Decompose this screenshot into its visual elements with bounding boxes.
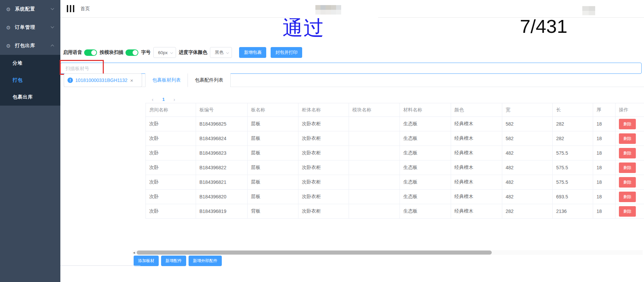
cell-cabinet: 次卧衣柜 [298,131,349,146]
sidebar-item-label: 打包 [13,77,23,83]
next-page-button[interactable]: › [170,96,178,102]
cell-action: 删除 [616,160,644,175]
table-header-row: 房间名称板编号板名称柜体名称模块名称材料名称颜色宽长厚操作 [145,103,644,117]
package-tag[interactable]: ! 101810000331BGH1132 × [64,73,142,87]
sidebar-item-order-management[interactable]: ⚙ 订单管理 [0,18,60,37]
cell-module [349,175,400,190]
cell-width: 282 [502,204,553,219]
gear-icon: ⚙ [6,25,12,30]
tab-label: 包裹板材列表 [152,77,181,83]
column-header-board-name: 板名称 [248,103,298,117]
cell-board-name: 层板 [248,160,298,175]
module-scan-toggle[interactable] [125,49,138,56]
cell-material: 生态板 [400,117,451,131]
cell-color: 经典檀木 [451,146,502,160]
cell-material: 生态板 [400,190,451,204]
delete-button[interactable]: 删除 [619,192,636,202]
column-header-thickness: 厚 [593,103,616,117]
sidebar-submenu: 分堆 打包 包裹出库 [0,55,60,106]
page-number-current[interactable]: 1 [159,97,168,102]
cell-cabinet: 次卧衣柜 [298,190,349,204]
delete-button[interactable]: 删除 [619,206,636,217]
sidebar-item-label: 订单管理 [15,24,35,30]
horizontal-scrollbar[interactable]: ◀ [132,250,643,255]
cell-board-name: 背板 [248,204,298,219]
column-header-cabinet: 柜体名称 [298,103,349,117]
column-header-length: 长 [553,103,593,117]
cell-module [349,146,400,160]
sidebar-item-label: 打包出库 [15,43,35,49]
delete-button[interactable]: 删除 [619,133,636,144]
delete-button[interactable]: 删除 [619,119,636,129]
delete-button[interactable]: 删除 [619,148,636,158]
cell-material: 生态板 [400,131,451,146]
cell-board-no: B184396823 [196,146,248,160]
table-row: 次卧B184396824层板次卧衣柜生态板经典檀木58228218删除 [145,131,644,146]
cell-room: 次卧 [146,204,196,219]
sidebar-item-split-pile[interactable]: 分堆 [0,55,60,72]
font-size-select[interactable]: 60px [153,47,176,58]
cell-board-name: 层板 [248,190,298,204]
blurred-text [315,5,341,15]
prev-page-button[interactable]: ‹ [149,96,157,102]
cell-room: 次卧 [146,175,196,190]
cell-board-name: 层板 [248,175,298,190]
cell-material: 生态板 [400,160,451,175]
cell-width: 582 [502,131,553,146]
left-panel-divider [60,265,140,266]
chevron-down-icon [51,25,54,28]
tab-package-accessories[interactable]: 包裹配件列表 [188,73,231,87]
cell-board-no: B184396825 [196,117,248,131]
cell-board-no: B184396822 [196,160,248,175]
cell-color: 经典檀木 [451,190,502,204]
chevron-down-icon [170,51,173,54]
voice-toggle[interactable] [84,49,97,56]
cell-color: 经典檀木 [451,117,502,131]
cell-cabinet: 次卧衣柜 [298,117,349,131]
cell-board-no: B184396820 [196,190,248,204]
chevron-up-icon [51,45,54,48]
progress-color-value: 黑色 [215,49,223,56]
scroll-left-icon[interactable]: ◀ [133,251,135,254]
add-accessory-button[interactable]: 新增配件 [161,256,186,266]
cell-module [349,160,400,175]
add-external-accessory-button[interactable]: 新增外部配件 [189,256,222,266]
delete-button[interactable]: 删除 [619,177,636,188]
cell-color: 经典檀木 [451,160,502,175]
scrollbar-thumb[interactable] [137,251,492,255]
cell-length: 282 [553,131,593,146]
collapse-menu-icon[interactable] [67,5,74,12]
seal-and-print-button[interactable]: 封包并打印 [271,47,302,58]
add-package-button[interactable]: 新增包裹 [239,47,266,58]
close-icon[interactable]: × [130,78,133,83]
cell-length: 575.5 [553,160,593,175]
progress-color-select[interactable]: 黑色 [210,47,232,58]
cell-room: 次卧 [146,190,196,204]
cell-board-name: 层板 [248,146,298,160]
sidebar-item-system-config[interactable]: ⚙ 系统配置 [0,0,60,18]
cell-width: 482 [502,190,553,204]
sidebar-item-packing-outbound[interactable]: ⚙ 打包出库 [0,37,60,55]
cell-board-name: 层板 [248,131,298,146]
cell-thickness: 18 [593,190,616,204]
scan-board-input[interactable] [60,63,642,74]
sidebar-item-package-outbound[interactable]: 包裹出库 [0,89,60,106]
table-row: 次卧B184396825层板次卧衣柜生态板经典檀木58228218删除 [145,117,644,131]
cell-module [349,190,400,204]
cell-action: 删除 [616,175,644,190]
breadcrumb[interactable]: 首页 [80,6,90,12]
cell-board-no: B184396821 [196,175,248,190]
cell-room: 次卧 [146,146,196,160]
tab-package-boards[interactable]: 包裹板材列表 [145,73,188,87]
cell-thickness: 18 [593,204,616,219]
column-header-module: 模块名称 [349,103,400,117]
cell-action: 删除 [616,117,644,131]
footer-actions: 添加板材 新增配件 新增外部配件 [134,256,224,266]
delete-button[interactable]: 删除 [619,162,636,173]
cell-thickness: 18 [593,175,616,190]
cell-material: 生态板 [400,175,451,190]
voice-toggle-label: 启用语音 [63,49,82,56]
sidebar-item-packing[interactable]: 打包 [0,72,60,89]
cell-module [349,204,400,219]
add-board-button[interactable]: 添加板材 [134,256,159,266]
